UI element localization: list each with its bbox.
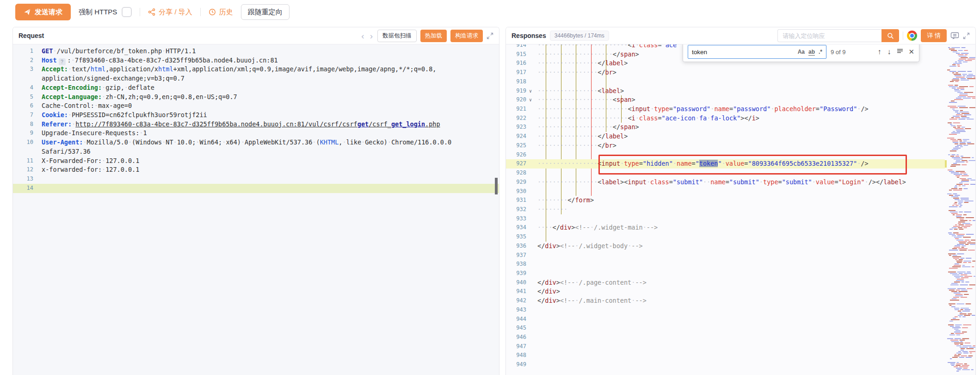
code-line[interactable]: 923····················</span> — [506, 123, 975, 132]
code-line[interactable]: 14 — [13, 184, 499, 193]
code-line[interactable]: 922························<i·class="ace… — [506, 114, 975, 123]
code-line[interactable]: 940</div><!--·/.page-content·--> — [506, 278, 975, 288]
follow-redirect-button[interactable]: 跟随重定向 — [241, 4, 290, 20]
code-text: </div> — [506, 287, 975, 296]
line-number: 11 — [13, 156, 33, 166]
line-number: 922 — [506, 114, 526, 123]
regex-toggle[interactable]: .* — [819, 49, 822, 55]
code-line[interactable]: 3Accept:·text/html,application/xhtml+xml… — [13, 65, 499, 74]
code-line[interactable]: 4Accept-Encoding:·gzip,·deflate — [13, 83, 499, 93]
request-editor[interactable]: 1GET·/vul/burteforce/bf_token.php·HTTP/1… — [13, 44, 499, 375]
prev-request-icon[interactable]: ‹ — [360, 31, 365, 40]
code-line[interactable]: 12x-forwarded-for:·127.0.0.1 — [13, 165, 499, 175]
code-line[interactable]: 925················</br> — [506, 141, 975, 150]
chrome-icon[interactable] — [907, 31, 917, 41]
line-number: 919 — [506, 87, 526, 96]
code-line[interactable]: 938 — [506, 260, 975, 269]
code-line[interactable]: 917················</br> — [506, 68, 975, 77]
locate-search-button[interactable] — [881, 29, 899, 42]
code-line[interactable]: 927················<input·type="hidden"·… — [506, 159, 945, 169]
code-line[interactable]: 13 — [13, 175, 499, 184]
next-request-icon[interactable]: › — [369, 31, 374, 40]
code-line[interactable]: 945 — [506, 324, 975, 333]
response-panel: Responses 34466bytes / 174ms 详 情 — [505, 27, 976, 375]
code-line[interactable]: 948 — [506, 351, 975, 360]
line-number: 934 — [506, 223, 526, 232]
locate-response-input[interactable] — [777, 29, 881, 42]
code-line[interactable]: 2Host?:·7f893460-c83a-4bce-83c7-d325ff9b… — [13, 56, 499, 65]
expand-icon[interactable] — [963, 32, 970, 39]
line-number: 6 — [13, 101, 33, 111]
response-editor[interactable]: 914························<i·class="ace… — [506, 44, 975, 375]
code-line[interactable]: application/signed-exchange;v=b3;q=0.7 — [13, 74, 499, 83]
code-line[interactable]: 949 — [506, 360, 975, 369]
code-line[interactable]: 934····</div><!--·/.widget-main·--> — [506, 223, 975, 232]
code-line[interactable]: 7Cookie:·PHPSESSID=cn62fclpukfh3uor59rot… — [13, 111, 499, 120]
code-line[interactable]: 919∨················<label> — [506, 87, 975, 96]
code-line[interactable]: 10User-Agent:·Mozilla/5.0·(Windows·NT·10… — [13, 138, 499, 147]
history-link[interactable]: 历史 — [209, 8, 233, 17]
code-line[interactable]: 941</div> — [506, 287, 975, 296]
toolbar-divider — [200, 8, 201, 16]
build-request-button[interactable]: 构造请求 — [450, 30, 483, 42]
code-line[interactable]: 936</div><!--·/.widget-body·--> — [506, 242, 975, 251]
code-line[interactable]: Safari/537.36 — [13, 147, 499, 156]
code-line[interactable]: 929················<label><input·class="… — [506, 178, 975, 187]
hot-reload-button[interactable]: 热加载 — [420, 30, 447, 42]
code-line[interactable]: 930 — [506, 187, 975, 196]
detail-button[interactable]: 详 情 — [921, 29, 947, 42]
code-line[interactable]: 928 — [506, 169, 975, 178]
comment-icon[interactable] — [950, 31, 959, 40]
code-line[interactable]: 946 — [506, 333, 975, 342]
code-line[interactable]: 6Cache-Control:·max-age=0 — [13, 101, 499, 111]
main-split: Request ‹ › 数据包扫描 热加载 构造请求 1GET·/vul/bur… — [0, 24, 980, 375]
packet-scan-button[interactable]: 数据包扫描 — [377, 30, 417, 42]
code-line[interactable]: 11X-Forwarded-For:·127.0.0.1 — [13, 156, 499, 166]
whole-word-toggle[interactable]: ab — [808, 49, 815, 56]
code-line[interactable]: 921························<input·type="… — [506, 105, 975, 114]
code-line[interactable]: 937 — [506, 251, 975, 260]
code-text: ····················<span> — [506, 95, 975, 105]
code-line[interactable]: 944 — [506, 315, 975, 324]
code-line[interactable]: 924················</label> — [506, 132, 975, 141]
request-scrollbar-thumb[interactable] — [495, 178, 498, 194]
code-text: ················<label> — [506, 87, 975, 96]
fold-chevron-icon[interactable]: ∨ — [529, 87, 536, 96]
find-previous-icon[interactable]: ↑ — [876, 48, 882, 56]
request-panel-title: Request — [18, 32, 44, 39]
fuzz-tag-badge[interactable]: ? — [59, 58, 66, 65]
find-input[interactable] — [692, 49, 794, 56]
find-in-selection-icon[interactable] — [896, 48, 904, 56]
line-number: 929 — [506, 178, 526, 187]
line-number: 939 — [506, 269, 526, 278]
find-close-icon[interactable]: ✕ — [908, 48, 914, 56]
code-line[interactable]: 943 — [506, 306, 975, 315]
code-line[interactable]: 933 — [506, 214, 975, 224]
code-line[interactable]: 947 — [506, 342, 975, 351]
share-import-label: 分享 / 导入 — [159, 8, 192, 17]
code-text: application/signed-exchange;v=b3;q=0.7 — [13, 74, 499, 83]
code-line[interactable]: 939 — [506, 269, 975, 278]
code-line[interactable]: 931········</form> — [506, 196, 975, 205]
code-line[interactable]: 1GET·/vul/burteforce/bf_token.php·HTTP/1… — [13, 47, 499, 56]
line-number: 3 — [13, 65, 33, 74]
code-text: Host?:·7f893460-c83a-4bce-83c7-d325ff9b6… — [13, 56, 499, 65]
code-line[interactable]: 5Accept-Language:·zh-CN,zh;q=0.9,en;q=0.… — [13, 93, 499, 102]
code-line[interactable]: 918 — [506, 77, 975, 87]
expand-icon[interactable] — [487, 32, 493, 39]
code-line[interactable]: 8Referer:·http://7f893460-c83a-4bce-83c7… — [13, 120, 499, 129]
code-line[interactable]: 9Upgrade-Insecure-Requests:·1 — [13, 129, 499, 138]
code-line[interactable]: 926 — [506, 150, 975, 160]
code-line[interactable]: 935 — [506, 232, 975, 242]
code-line[interactable]: 920∨····················<span> — [506, 95, 975, 105]
match-case-toggle[interactable]: Aa — [798, 49, 805, 55]
fold-chevron-icon[interactable]: ∨ — [529, 95, 536, 105]
share-import-link[interactable]: 分享 / 导入 — [148, 8, 192, 17]
send-request-button[interactable]: 发送请求 — [15, 4, 71, 20]
code-line[interactable]: 942</div><!--·/.main-content·--> — [506, 296, 975, 306]
force-https-checkbox[interactable] — [122, 7, 132, 17]
find-next-icon[interactable]: ↓ — [886, 48, 892, 56]
code-line[interactable]: 932········ — [506, 205, 975, 214]
minimap[interactable] — [945, 44, 975, 375]
code-text: User-Agent:·Mozilla/5.0·(Windows·NT·10.0… — [13, 138, 499, 147]
